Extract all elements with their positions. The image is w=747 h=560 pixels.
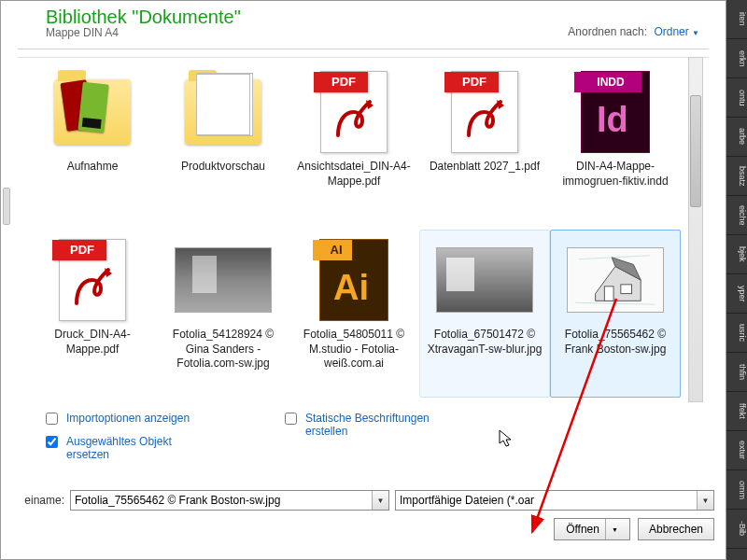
file-label: Aufnahme bbox=[65, 160, 120, 175]
filename-combobox[interactable]: Fotolia_75565462 © Frank Boston-sw.jpg ▼ bbox=[70, 490, 389, 511]
chevron-down-icon: ▼ bbox=[692, 29, 699, 37]
file-item[interactable]: AIAiFotolia_54805011 © M.studio - Fotoli… bbox=[289, 230, 419, 398]
filename-value: Fotolia_75565462 © Frank Boston-sw.jpg bbox=[75, 494, 280, 507]
open-button[interactable]: Öffnen ▼ bbox=[554, 518, 630, 540]
file-label: Fotolia_75565462 © Frank Boston-sw.jpg bbox=[555, 328, 676, 357]
file-thumbnail: INDDId bbox=[564, 66, 667, 158]
panel-tab[interactable]: erkn bbox=[726, 39, 747, 78]
header-divider bbox=[18, 49, 709, 50]
panel-tab[interactable]: iten bbox=[726, 0, 747, 39]
file-label: Produktvorschau bbox=[179, 160, 267, 175]
import-options-checkbox[interactable] bbox=[46, 413, 58, 425]
replace-selected-checkbox[interactable] bbox=[46, 436, 58, 448]
file-item[interactable]: PDFDatenblatt 2027_1.pdf bbox=[419, 62, 550, 230]
panel-tab[interactable]: rint- bbox=[726, 549, 747, 560]
arrange-value-link[interactable]: Ordner ▼ bbox=[654, 25, 699, 38]
file-thumbnail: PDF bbox=[41, 234, 144, 326]
option-checkboxes: Importoptionen anzeigen Ausgewähltes Obj… bbox=[42, 412, 688, 461]
filename-label: einame: bbox=[12, 494, 64, 507]
cancel-button[interactable]: Abbrechen bbox=[638, 518, 714, 540]
static-captions-label: Statische Beschriftungen erstellen bbox=[305, 412, 445, 438]
file-label: Datenblatt 2027_1.pdf bbox=[428, 160, 542, 175]
file-item[interactable]: Fotolia_67501472 © XtravaganT-sw-blur.jp… bbox=[419, 230, 550, 398]
chevron-down-icon[interactable]: ▼ bbox=[697, 491, 713, 510]
panel-tab[interactable]: thfin bbox=[726, 353, 747, 392]
file-item[interactable]: Produktvorschau bbox=[158, 62, 289, 230]
panel-tab[interactable]: usric bbox=[726, 314, 747, 353]
file-item[interactable]: Fotolia_75565462 © Frank Boston-sw.jpg bbox=[550, 230, 681, 398]
file-thumbnail bbox=[172, 66, 275, 158]
svg-rect-3 bbox=[604, 287, 613, 301]
dialog-footer: einame: Fotolia_75565462 © Frank Boston-… bbox=[1, 490, 726, 540]
file-label: Ansichtsdatei_DIN-A4-Mappe.pdf bbox=[293, 160, 415, 189]
panel-tab[interactable]: bjek bbox=[726, 235, 747, 274]
panel-tab[interactable]: yper bbox=[726, 274, 747, 314]
app-panel-tabs: itenerknontuarbebsatzeichebjekyperusrict… bbox=[726, 0, 747, 560]
file-thumbnail bbox=[564, 234, 667, 326]
file-item[interactable]: PDFAnsichtsdatei_DIN-A4-Mappe.pdf bbox=[289, 62, 419, 230]
file-item[interactable]: Aufnahme bbox=[27, 62, 158, 230]
panel-tab[interactable]: extur bbox=[726, 431, 747, 470]
file-label: Fotolia_67501472 © XtravaganT-sw-blur.jp… bbox=[424, 328, 545, 357]
file-label: DIN-A4-Mappe-immogruen-fiktiv.indd bbox=[555, 160, 676, 189]
panel-tab[interactable]: omm bbox=[726, 470, 747, 510]
file-grid-wrap: AufnahmeProduktvorschauPDFAnsichtsdatei_… bbox=[18, 57, 709, 402]
panel-tab[interactable]: bsatz bbox=[726, 157, 747, 196]
left-resize-grip[interactable] bbox=[3, 188, 10, 225]
panel-tab[interactable]: arbe bbox=[726, 118, 747, 157]
file-label: Druck_DIN-A4-Mappe.pdf bbox=[32, 328, 153, 357]
panel-tab[interactable]: -Bib bbox=[726, 510, 747, 549]
vertical-scrollbar[interactable] bbox=[688, 57, 703, 402]
panel-tab[interactable]: eiche bbox=[726, 196, 747, 235]
svg-rect-4 bbox=[621, 285, 632, 294]
replace-selected-label: Ausgewähltes Objekt ersetzen bbox=[66, 435, 206, 461]
file-thumbnail: PDF bbox=[303, 66, 405, 158]
file-thumbnail bbox=[172, 234, 275, 326]
scrollbar-thumb[interactable] bbox=[690, 95, 701, 207]
static-captions-checkbox[interactable] bbox=[285, 413, 297, 425]
import-options-label: Importoptionen anzeigen bbox=[66, 412, 190, 425]
filter-value: Importfähige Dateien (*.oar bbox=[400, 494, 534, 507]
file-open-dialog: Bibliothek "Dokumente" Mappe DIN A4 Anor… bbox=[0, 0, 726, 560]
file-item[interactable]: Fotolia_54128924 © Gina Sanders - Fotoli… bbox=[158, 230, 289, 398]
chevron-down-icon[interactable]: ▼ bbox=[372, 491, 388, 510]
file-thumbnail bbox=[41, 66, 144, 158]
arrange-label: Anordnen nach: bbox=[568, 25, 647, 38]
file-type-filter[interactable]: Importfähige Dateien (*.oar ▼ bbox=[395, 490, 714, 511]
panel-tab[interactable]: ontu bbox=[726, 78, 747, 118]
file-label: Fotolia_54128924 © Gina Sanders - Fotoli… bbox=[162, 328, 284, 371]
file-thumbnail: AIAi bbox=[303, 234, 405, 326]
file-label: Fotolia_54805011 © M.studio - Fotolia-we… bbox=[293, 328, 415, 371]
panel-tab[interactable]: ffekt bbox=[726, 392, 747, 431]
file-thumbnail: PDF bbox=[433, 66, 536, 158]
file-grid[interactable]: AufnahmeProduktvorschauPDFAnsichtsdatei_… bbox=[18, 58, 709, 401]
chevron-down-icon[interactable]: ▼ bbox=[605, 519, 618, 539]
file-item[interactable]: PDFDruck_DIN-A4-Mappe.pdf bbox=[27, 230, 158, 398]
arrange-by: Anordnen nach: Ordner ▼ bbox=[568, 25, 699, 38]
file-item[interactable]: INDDIdDIN-A4-Mappe-immogruen-fiktiv.indd bbox=[550, 62, 681, 230]
file-thumbnail bbox=[433, 234, 536, 326]
